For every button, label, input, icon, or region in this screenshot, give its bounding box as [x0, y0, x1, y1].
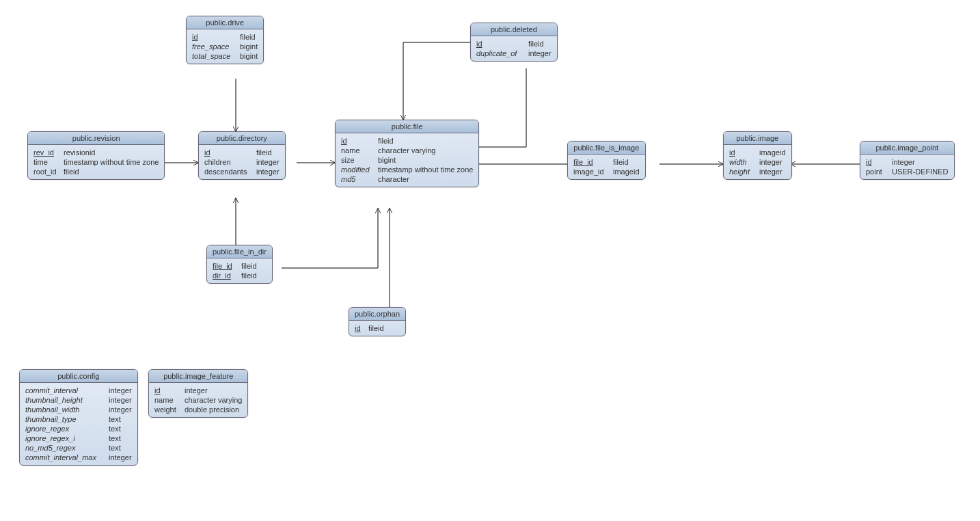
column-name: commit_interval_max — [25, 453, 106, 462]
table-deleted[interactable]: public.deletedidfileidduplicate_ofintege… — [470, 23, 558, 62]
table-row: idimageid — [729, 148, 786, 157]
column-name: children — [204, 158, 254, 166]
table-row: idinteger — [866, 157, 949, 167]
table-row: childreninteger — [204, 157, 280, 167]
table-title: public.image_point — [860, 142, 954, 155]
column-type: integer — [757, 158, 782, 166]
column-type: integer — [254, 158, 280, 166]
table-row: thumbnail_heightinteger — [25, 395, 132, 405]
column-type: imageid — [610, 168, 640, 176]
table-row: heightinteger — [729, 167, 786, 176]
column-name: dir_id — [213, 271, 239, 280]
table-title: public.deleted — [471, 23, 557, 36]
table-columns: idimageidwidthintegerheightinteger — [724, 145, 791, 179]
table-row: namecharacter varying — [341, 146, 473, 155]
table-columns: idfileidduplicate_ofinteger — [471, 36, 557, 61]
column-type: imageid — [757, 148, 786, 157]
table-row: thumbnail_widthinteger — [25, 405, 132, 414]
column-name: id — [154, 386, 182, 395]
table-row: ignore_regex_itext — [25, 433, 132, 443]
column-type: bigint — [237, 52, 258, 60]
column-name: id — [476, 40, 526, 48]
column-name: id — [204, 148, 254, 157]
column-type: integer — [889, 158, 915, 166]
column-type: timestamp without time zone — [375, 165, 473, 174]
column-name: duplicate_of — [476, 49, 526, 57]
column-type: fileid — [375, 137, 394, 145]
column-type: character varying — [182, 396, 242, 404]
table-row: idfileid — [476, 39, 552, 49]
column-name: id — [866, 158, 889, 166]
column-type: bigint — [237, 42, 258, 51]
column-type: fileid — [610, 158, 629, 166]
table-row: idinteger — [154, 386, 242, 395]
column-name: md5 — [341, 175, 375, 183]
column-type: character — [375, 175, 409, 183]
table-row: duplicate_ofinteger — [476, 49, 552, 58]
table-columns: file_idfileiddir_idfileid — [207, 258, 272, 283]
relationship-arrows — [0, 0, 980, 521]
column-type: fileid — [366, 324, 384, 332]
column-type: integer — [106, 386, 132, 395]
table-row: file_idfileid — [573, 157, 640, 167]
table-image_point[interactable]: public.image_pointidintegerpointUSER-DEF… — [860, 141, 955, 180]
table-file_in_dir[interactable]: public.file_in_dirfile_idfileiddir_idfil… — [206, 245, 273, 284]
column-name: root_id — [33, 168, 61, 176]
table-columns: idfileidfree_spacebiginttotal_spacebigin… — [187, 29, 263, 64]
column-name: file_id — [213, 262, 239, 270]
table-image[interactable]: public.imageidimageidwidthintegerheighti… — [723, 131, 792, 180]
table-row: idfileid — [204, 148, 280, 157]
table-row: thumbnail_typetext — [25, 414, 132, 424]
table-row: modifiedtimestamp without time zone — [341, 165, 473, 174]
table-columns: idfileidchildrenintegerdescendantsintege… — [199, 145, 285, 179]
table-directory[interactable]: public.directoryidfileidchildrenintegerd… — [198, 131, 286, 180]
column-name: thumbnail_type — [25, 415, 106, 423]
column-name: no_md5_regex — [25, 444, 106, 452]
column-type: revisionid — [61, 148, 95, 157]
table-drive[interactable]: public.driveidfileidfree_spacebiginttota… — [186, 16, 264, 64]
table-row: descendantsinteger — [204, 167, 280, 176]
column-name: descendants — [204, 168, 254, 176]
column-type: integer — [254, 168, 280, 176]
column-type: text — [106, 434, 121, 442]
table-orphan[interactable]: public.orphanidfileid — [349, 307, 406, 336]
table-title: public.config — [20, 370, 137, 383]
table-row: namecharacter varying — [154, 395, 242, 405]
table-config[interactable]: public.configcommit_intervalintegerthumb… — [19, 369, 138, 466]
column-name: thumbnail_width — [25, 405, 106, 414]
table-file_is_image[interactable]: public.file_is_imagefile_idfileidimage_i… — [567, 141, 646, 180]
table-title: public.image — [724, 132, 791, 145]
table-row: idfileid — [355, 323, 400, 333]
column-type: fileid — [254, 148, 272, 157]
table-columns: idfileidnamecharacter varyingsizebigintm… — [336, 133, 478, 187]
column-type: integer — [526, 49, 552, 57]
er-diagram-canvas: public.driveidfileidfree_spacebiginttota… — [0, 0, 980, 521]
column-type: text — [106, 425, 121, 433]
table-image_feature[interactable]: public.image_featureidintegernamecharact… — [148, 369, 248, 418]
column-name: name — [341, 146, 375, 155]
column-type: integer — [182, 386, 208, 395]
table-row: md5character — [341, 174, 473, 184]
column-type: integer — [757, 168, 782, 176]
table-row: image_idimageid — [573, 167, 640, 176]
column-type: bigint — [375, 156, 396, 164]
table-title: public.file_is_image — [568, 142, 645, 155]
table-title: public.drive — [187, 16, 263, 29]
column-name: ignore_regex — [25, 425, 106, 433]
column-name: weight — [154, 405, 182, 414]
column-name: free_space — [192, 42, 237, 51]
table-file[interactable]: public.fileidfileidnamecharacter varying… — [335, 120, 479, 187]
table-row: widthinteger — [729, 157, 786, 167]
column-name: size — [341, 156, 375, 164]
column-type: fileid — [239, 262, 257, 270]
column-type: integer — [106, 396, 132, 404]
table-row: idfileid — [192, 32, 258, 42]
table-row: pointUSER-DEFINED — [866, 167, 949, 176]
column-type: fileid — [61, 168, 79, 176]
column-name: id — [729, 148, 757, 157]
column-name: file_id — [573, 158, 610, 166]
column-name: modified — [341, 165, 375, 174]
column-name: width — [729, 158, 757, 166]
column-name: image_id — [573, 168, 610, 176]
table-revision[interactable]: public.revisionrev_idrevisionidtimetimes… — [27, 131, 165, 180]
